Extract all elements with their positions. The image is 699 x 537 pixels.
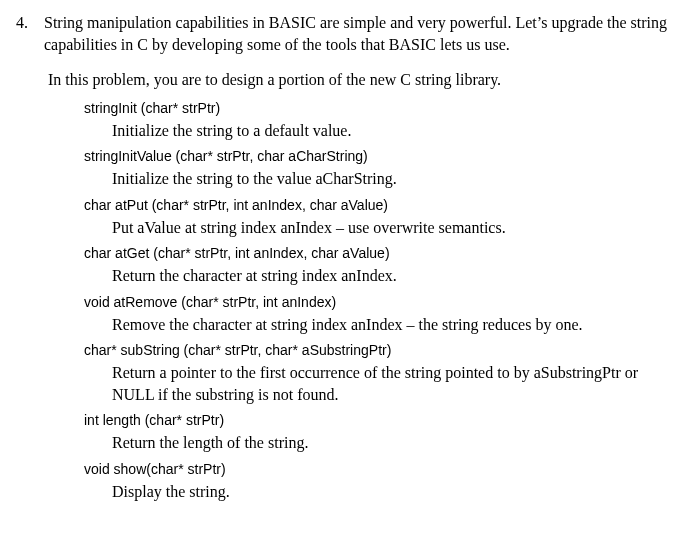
func-desc-stringinit: Initialize the string to a default value… xyxy=(112,120,683,142)
func-sig-atput: char atPut (char* strPtr, int anIndex, c… xyxy=(84,196,683,215)
question-lead: In this problem, you are to design a por… xyxy=(48,69,683,91)
func-desc-stringinitvalue: Initialize the string to the value aChar… xyxy=(112,168,683,190)
func-sig-stringinit: stringInit (char* strPtr) xyxy=(84,99,683,118)
func-desc-atget: Return the character at string index anI… xyxy=(112,265,683,287)
function-list: stringInit (char* strPtr) Initialize the… xyxy=(84,99,683,502)
func-desc-atremove: Remove the character at string index anI… xyxy=(112,314,683,336)
question-number: 4. xyxy=(16,12,44,34)
func-sig-atremove: void atRemove (char* strPtr, int anIndex… xyxy=(84,293,683,312)
func-desc-substring: Return a pointer to the first occurrence… xyxy=(112,362,683,405)
func-sig-atget: char atGet (char* strPtr, int anIndex, c… xyxy=(84,244,683,263)
func-sig-substring: char* subString (char* strPtr, char* aSu… xyxy=(84,341,683,360)
func-desc-show: Display the string. xyxy=(112,481,683,503)
question-intro: String manipulation capabilities in BASI… xyxy=(44,12,683,55)
func-desc-atput: Put aValue at string index anIndex – use… xyxy=(112,217,683,239)
question-header: 4. String manipulation capabilities in B… xyxy=(16,12,683,55)
func-sig-length: int length (char* strPtr) xyxy=(84,411,683,430)
func-sig-show: void show(char* strPtr) xyxy=(84,460,683,479)
func-desc-length: Return the length of the string. xyxy=(112,432,683,454)
func-sig-stringinitvalue: stringInitValue (char* strPtr, char aCha… xyxy=(84,147,683,166)
